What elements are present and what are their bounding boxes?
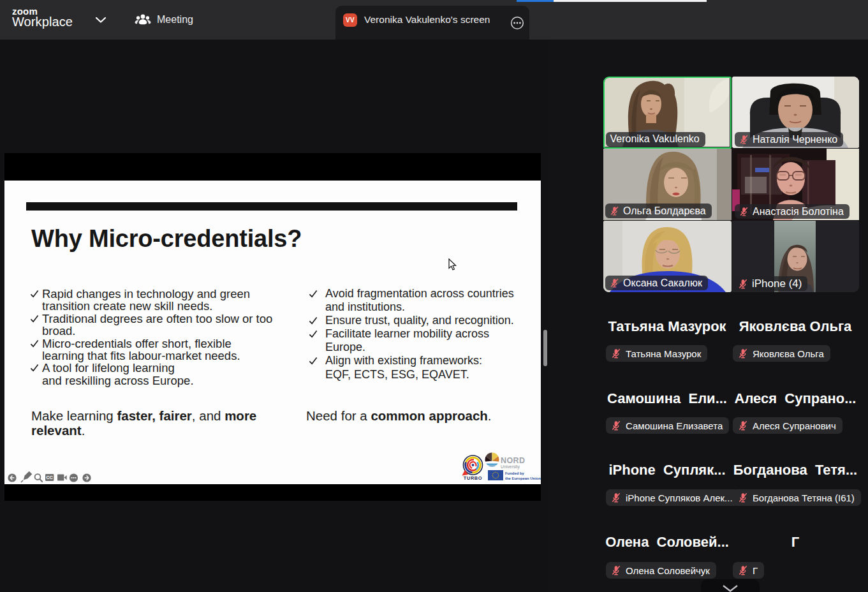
- svg-text:the European Union: the European Union: [505, 477, 541, 480]
- svg-text:Funded by: Funded by: [505, 471, 525, 475]
- svg-text:TURBO: TURBO: [464, 475, 482, 481]
- svg-text:NORD: NORD: [501, 456, 525, 465]
- svg-text:CC: CC: [46, 475, 53, 480]
- svg-text:University: University: [501, 464, 520, 470]
